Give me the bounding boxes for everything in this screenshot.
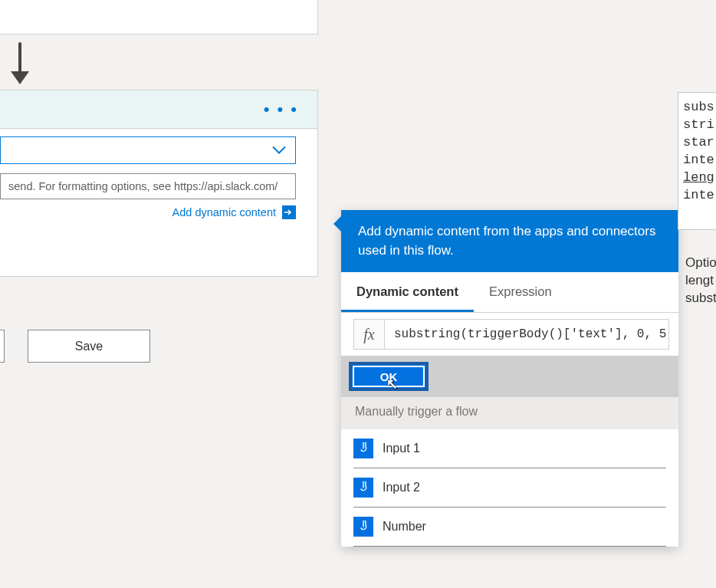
dynamic-token-item[interactable]: Number bbox=[353, 508, 666, 547]
dynamic-content-panel: Add dynamic content from the apps and co… bbox=[341, 210, 678, 547]
flow-arrow-icon bbox=[8, 42, 32, 84]
add-dynamic-content-link[interactable]: Add dynamic content bbox=[172, 206, 276, 218]
hand-point-icon bbox=[353, 478, 373, 498]
hint-line: stri bbox=[683, 117, 716, 134]
hint-line: Optio bbox=[685, 255, 716, 272]
dynamic-token-list: Input 1 Input 2 Number bbox=[341, 429, 678, 547]
dynamic-token-item[interactable]: Input 1 bbox=[353, 429, 666, 468]
hint-line: inte bbox=[683, 187, 716, 205]
ok-button-label: OK bbox=[380, 370, 398, 383]
hint-line: star bbox=[683, 134, 716, 152]
chevron-down-icon bbox=[272, 144, 286, 157]
message-text-input[interactable]: send. For formatting options, see https:… bbox=[0, 173, 296, 199]
hand-point-icon bbox=[353, 439, 373, 458]
action-card: • • • send. For formatting options, see … bbox=[0, 90, 318, 277]
tab-expression[interactable]: Expression bbox=[474, 272, 567, 312]
ok-bar: OK ↖ bbox=[341, 356, 678, 397]
hint-line: subs bbox=[683, 99, 716, 117]
dynamic-token-item[interactable]: Input 2 bbox=[353, 468, 666, 508]
card-menu-button[interactable]: • • • bbox=[264, 90, 298, 129]
dynamic-panel-tabs: Dynamic content Expression bbox=[341, 272, 678, 313]
channel-dropdown[interactable] bbox=[0, 136, 296, 164]
trigger-section-label: Manually trigger a flow bbox=[341, 397, 678, 429]
previous-step-card bbox=[0, 0, 318, 34]
hint-line: lengt bbox=[685, 272, 716, 290]
hint-line: inte bbox=[683, 152, 716, 169]
hand-point-icon bbox=[353, 517, 373, 537]
action-card-header: • • • bbox=[0, 90, 317, 129]
expression-input-row: fx substring(triggerBody()['text'], 0, 5… bbox=[341, 313, 678, 356]
ellipsis-icon: • • • bbox=[264, 100, 298, 120]
add-dynamic-content-icon bbox=[282, 205, 296, 219]
tab-dynamic-content[interactable]: Dynamic content bbox=[341, 272, 474, 312]
dynamic-panel-header: Add dynamic content from the apps and co… bbox=[341, 210, 678, 272]
token-label: Input 2 bbox=[383, 481, 420, 494]
footer-button-row: Save bbox=[0, 330, 150, 363]
hint-line: leng bbox=[683, 169, 716, 187]
token-label: Input 1 bbox=[383, 442, 420, 455]
intellisense-tooltip: subs stri star inte leng inte bbox=[678, 92, 716, 230]
save-button[interactable]: Save bbox=[28, 330, 150, 363]
intellisense-description: Optio lengt subst bbox=[685, 255, 716, 307]
expression-input[interactable]: substring(triggerBody()['text'], 0, 5) bbox=[384, 319, 669, 350]
ok-button[interactable]: OK ↖ bbox=[349, 362, 429, 391]
fx-icon: fx bbox=[353, 319, 384, 350]
hint-line: subst bbox=[685, 290, 716, 307]
callout-pointer-icon bbox=[333, 216, 341, 232]
token-label: Number bbox=[383, 520, 426, 534]
prev-button-fragment bbox=[0, 330, 5, 363]
